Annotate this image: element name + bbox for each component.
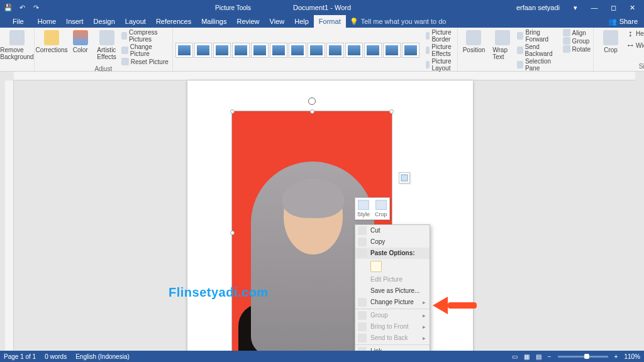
maximize-icon[interactable]: ◻: [604, 0, 623, 15]
group-icon: [563, 37, 570, 45]
reset-picture-button[interactable]: Reset Picture: [121, 58, 170, 65]
ribbon-tabs: File Home Insert Design Layout Reference…: [0, 15, 644, 28]
paste-icon: [358, 249, 367, 258]
align-button[interactable]: Align: [563, 29, 591, 36]
reset-icon: [121, 58, 129, 65]
color-icon: [73, 30, 88, 45]
view-print-icon[interactable]: ▦: [524, 353, 530, 360]
corrections-button[interactable]: Corrections: [37, 29, 66, 55]
share-button[interactable]: 👥 Share: [602, 15, 644, 28]
horizontal-ruler: [14, 72, 635, 80]
change-pic-icon: [358, 298, 367, 307]
align-icon: [563, 29, 570, 36]
title-bar: 💾 ↶ ↷ Picture Tools Document1 - Word erf…: [0, 0, 644, 15]
menu-paste-option[interactable]: [355, 259, 430, 274]
effects-icon: [426, 47, 430, 54]
document-title: Document1 - Word: [293, 4, 351, 11]
artistic-icon: [99, 30, 114, 45]
tab-review[interactable]: Review: [232, 15, 265, 28]
remove-background-button[interactable]: Remove Background: [3, 29, 31, 62]
menu-edit-picture: Edit Picture: [355, 274, 430, 285]
zoom-in-button[interactable]: +: [614, 353, 618, 360]
send-backward-button[interactable]: Send Backward: [517, 43, 560, 57]
picture-layout-button[interactable]: Picture Layout: [426, 58, 455, 72]
minimize-icon[interactable]: —: [585, 0, 604, 15]
ribbon-options-icon[interactable]: ▾: [566, 0, 585, 15]
status-bar: Page 1 of 1 0 words English (Indonesia) …: [0, 351, 644, 362]
mini-toolbar: Style Crop: [355, 197, 390, 220]
menu-bring-front: Bring to Front▸: [355, 321, 430, 332]
compress-icon: [121, 32, 127, 40]
menu-group-icon: [358, 311, 367, 320]
status-words[interactable]: 0 words: [45, 353, 67, 360]
tab-view[interactable]: View: [265, 15, 290, 28]
artistic-effects-button[interactable]: Artistic Effects: [94, 29, 118, 62]
copy-icon: [358, 238, 367, 246]
height-label: ⭥: [628, 31, 633, 37]
cut-icon: [358, 226, 367, 235]
view-web-icon[interactable]: ▤: [536, 353, 541, 360]
watermark-text: Flinsetyadi.com: [169, 285, 269, 300]
document-workspace[interactable]: Flinsetyadi.com Style Crop Cut Copy Past…: [0, 72, 644, 351]
bring-forward-button[interactable]: Bring Forward: [517, 29, 560, 43]
position-icon: [466, 30, 481, 45]
zoom-slider[interactable]: [558, 356, 608, 358]
zoom-level[interactable]: 110%: [624, 353, 640, 360]
menu-change-picture[interactable]: Change Picture▸: [355, 297, 430, 308]
picture-styles-gallery[interactable]: [175, 43, 419, 58]
picture-effects-button[interactable]: Picture Effects: [426, 43, 455, 57]
rotate-icon: [563, 45, 570, 53]
menu-send-back: Send to Back▸: [355, 332, 430, 344]
layout-options-floater[interactable]: [399, 172, 410, 184]
save-icon[interactable]: 💾: [4, 3, 13, 12]
undo-icon[interactable]: ↶: [18, 3, 26, 12]
crop-icon: [603, 30, 618, 45]
menu-link[interactable]: Link: [355, 346, 430, 351]
tab-design[interactable]: Design: [89, 15, 120, 28]
resize-handle-tc[interactable]: [310, 109, 314, 114]
border-icon: [426, 32, 430, 40]
tab-file[interactable]: File: [4, 15, 33, 28]
menu-save-as-picture[interactable]: Save as Picture...: [355, 285, 430, 297]
mini-crop-button[interactable]: Crop: [375, 200, 387, 217]
menu-copy[interactable]: Copy: [355, 236, 430, 248]
context-menu: Cut Copy Paste Options: Edit Picture Sav…: [355, 224, 430, 351]
status-language[interactable]: English (Indonesia): [75, 353, 130, 360]
close-icon[interactable]: ✕: [623, 0, 641, 15]
tab-references[interactable]: References: [151, 15, 196, 28]
rotate-handle[interactable]: [308, 97, 316, 105]
group-button[interactable]: Group: [563, 37, 591, 45]
wrap-text-button[interactable]: Wrap Text: [490, 29, 514, 62]
position-button[interactable]: Position: [460, 29, 488, 55]
tab-home[interactable]: Home: [33, 15, 61, 28]
picture-border-button[interactable]: Picture Border: [426, 29, 455, 43]
selection-pane-button[interactable]: Selection Pane: [517, 58, 560, 72]
change-picture-button[interactable]: Change Picture: [121, 43, 170, 57]
annotation-arrow: [433, 297, 477, 314]
tab-layout[interactable]: Layout: [120, 15, 151, 28]
redo-icon[interactable]: ↷: [31, 3, 40, 12]
svg-rect-0: [401, 175, 408, 181]
menu-cut[interactable]: Cut: [355, 225, 430, 236]
tab-insert[interactable]: Insert: [61, 15, 89, 28]
backward-icon: [517, 47, 523, 54]
crop-button[interactable]: Crop: [596, 29, 625, 55]
zoom-out-button[interactable]: −: [548, 353, 552, 360]
rotate-button[interactable]: Rotate: [563, 45, 591, 53]
compress-pictures-button[interactable]: Compress Pictures: [121, 29, 170, 43]
layout-icon: [426, 61, 430, 69]
view-read-icon[interactable]: ▭: [512, 353, 518, 360]
tab-mailings[interactable]: Mailings: [196, 15, 231, 28]
tab-format[interactable]: Format: [314, 15, 346, 28]
vertical-ruler: [5, 80, 14, 351]
status-page[interactable]: Page 1 of 1: [4, 353, 36, 360]
crop-mini-icon: [375, 200, 387, 210]
resize-handle-tl[interactable]: [230, 109, 235, 114]
resize-handle-tr[interactable]: [389, 109, 394, 114]
tab-help[interactable]: Help: [289, 15, 314, 28]
color-button[interactable]: Color: [69, 29, 92, 55]
tell-me-search[interactable]: 💡 Tell me what you want to do: [350, 15, 447, 28]
forward-icon: [517, 32, 524, 40]
mini-style-button[interactable]: Style: [357, 200, 370, 217]
picture-tools-tab: Picture Tools: [209, 0, 257, 15]
